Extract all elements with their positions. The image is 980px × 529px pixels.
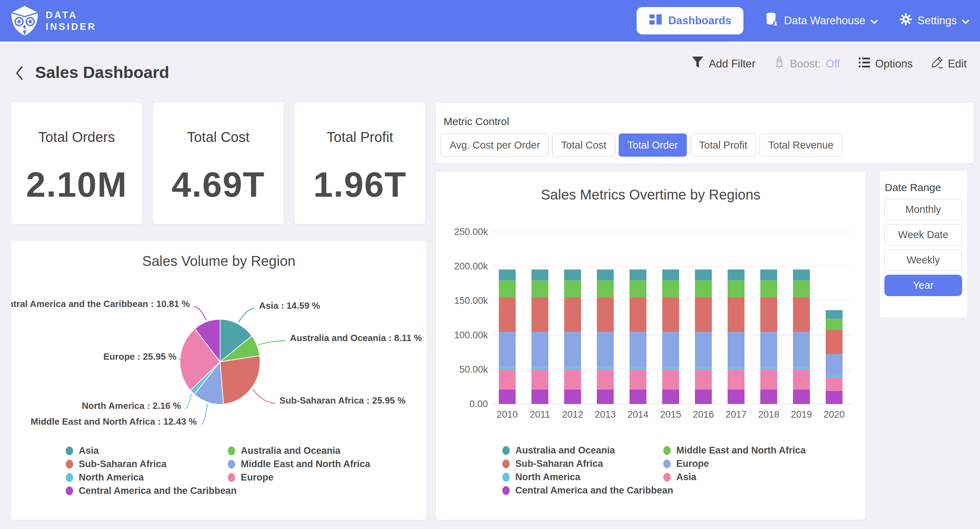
nav-item-dashboards[interactable]: Dashboards [636,7,743,35]
bar-segment-2015-north-america[interactable] [662,367,679,370]
metric-option-avg-cost-per-order[interactable]: Avg. Cost per Order [441,133,549,157]
bar-segment-2017-europe[interactable] [728,332,745,367]
bar-segment-2011-australia-and-oceania[interactable] [531,269,548,280]
bar-segment-2011-sub-saharan-africa[interactable] [531,297,548,332]
bar-segment-2014-asia[interactable] [630,370,646,389]
bar-segment-2019-middle-east-and-north-africa[interactable] [793,280,810,297]
bar-segment-2010-middle-east-and-north-africa[interactable] [499,280,515,297]
legend-item-asia[interactable]: Asia [66,445,99,456]
legend-item-middle-east-and-north-africa[interactable]: Middle East and North Africa [663,445,806,456]
metric-option-total-order[interactable]: Total Order [619,133,686,157]
bar-segment-2016-central-america-and-the-caribbean[interactable] [695,389,712,404]
bar-segment-2015-asia[interactable] [662,370,679,389]
legend-item-europe[interactable]: Europe [663,458,709,469]
bar-segment-2016-north-america[interactable] [695,367,712,370]
boost-toggle[interactable]: Boost: Off [774,56,840,72]
bar-segment-2017-north-america[interactable] [728,367,745,370]
back-button[interactable] [13,65,28,81]
bar-segment-2010-asia[interactable] [499,370,515,389]
bar-segment-2011-middle-east-and-north-africa[interactable] [531,280,548,297]
bar-segment-2017-australia-and-oceania[interactable] [728,269,745,280]
bar-segment-2016-middle-east-and-north-africa[interactable] [695,280,712,297]
bar-segment-2017-middle-east-and-north-africa[interactable] [728,280,745,297]
options-button[interactable]: Options [858,57,913,71]
bar-segment-2012-north-america[interactable] [564,367,581,370]
date-range-option-week-date[interactable]: Week Date [885,224,962,246]
bar-segment-2014-central-america-and-the-caribbean[interactable] [630,389,646,404]
stacked-bar-chart[interactable]: 250.00k200.00k150.00k100.00k50.00k0.0020… [436,172,865,520]
bar-segment-2013-europe[interactable] [597,332,614,367]
date-range-option-weekly[interactable]: Weekly [885,249,962,271]
bar-segment-2020-sub-saharan-africa[interactable] [826,330,843,354]
bar-segment-2015-australia-and-oceania[interactable] [662,269,679,280]
bar-segment-2016-europe[interactable] [695,332,712,367]
bar-segment-2012-sub-saharan-africa[interactable] [564,297,581,332]
bar-segment-2015-sub-saharan-africa[interactable] [662,297,679,332]
legend-item-australia-and-oceania[interactable]: Australia and Oceania [228,445,340,456]
bar-segment-2015-middle-east-and-north-africa[interactable] [662,280,679,297]
legend-item-central-america-and-the-caribbean[interactable]: Central America and the Caribbean [66,485,237,496]
nav-item-data-warehouse[interactable]: Data Warehouse [765,12,878,30]
bar-segment-2013-north-america[interactable] [597,367,614,370]
bar-segment-2018-central-america-and-the-caribbean[interactable] [760,389,777,404]
bar-segment-2011-asia[interactable] [531,370,548,389]
bar-segment-2020-asia[interactable] [826,378,843,391]
bar-segment-2018-sub-saharan-africa[interactable] [760,297,777,332]
bar-segment-2010-central-america-and-the-caribbean[interactable] [499,389,515,404]
bar-segment-2010-australia-and-oceania[interactable] [499,269,515,280]
legend-item-europe[interactable]: Europe [228,472,274,483]
pie-slice-sub-saharan-africa[interactable] [220,356,260,404]
bar-segment-2016-asia[interactable] [695,370,712,389]
bar-segment-2019-europe[interactable] [793,332,810,367]
bar-segment-2013-australia-and-oceania[interactable] [597,269,614,280]
bar-segment-2013-sub-saharan-africa[interactable] [597,297,614,332]
metric-option-total-revenue[interactable]: Total Revenue [760,133,842,157]
bar-segment-2014-sub-saharan-africa[interactable] [630,297,646,332]
metric-option-total-cost[interactable]: Total Cost [552,133,615,157]
bar-segment-2014-middle-east-and-north-africa[interactable] [630,280,646,297]
metric-option-total-profit[interactable]: Total Profit [690,133,756,157]
bar-segment-2014-australia-and-oceania[interactable] [630,269,646,280]
legend-item-middle-east-and-north-africa[interactable]: Middle East and North Africa [228,459,370,470]
bar-segment-2012-australia-and-oceania[interactable] [564,269,581,280]
add-filter-button[interactable]: Add Filter [692,56,756,71]
legend-item-central-america-and-the-caribbean[interactable]: Central America and the Caribbean [502,485,673,496]
bar-segment-2015-central-america-and-the-caribbean[interactable] [662,389,679,404]
bar-segment-2016-sub-saharan-africa[interactable] [695,297,712,332]
nav-item-settings[interactable]: Settings [899,13,969,29]
bar-segment-2019-australia-and-oceania[interactable] [793,269,810,280]
bar-segment-2014-europe[interactable] [630,332,646,367]
bar-segment-2018-middle-east-and-north-africa[interactable] [760,280,777,297]
bar-segment-2013-asia[interactable] [597,370,614,389]
bar-segment-2019-asia[interactable] [793,370,810,389]
bar-segment-2017-asia[interactable] [728,370,745,389]
bar-segment-2019-sub-saharan-africa[interactable] [793,297,810,332]
bar-segment-2012-asia[interactable] [564,370,581,389]
bar-segment-2012-europe[interactable] [564,332,581,367]
bar-segment-2018-australia-and-oceania[interactable] [760,269,777,280]
legend-item-north-america[interactable]: North America [502,472,580,483]
bar-segment-2019-north-america[interactable] [793,367,810,370]
legend-item-australia-and-oceania[interactable]: Australia and Oceania [502,445,615,456]
bar-segment-2016-australia-and-oceania[interactable] [695,269,712,280]
bar-segment-2011-north-america[interactable] [531,367,548,370]
date-range-option-monthly[interactable]: Monthly [885,199,962,220]
bar-segment-2014-north-america[interactable] [630,367,646,370]
bar-segment-2011-europe[interactable] [531,332,548,367]
bar-segment-2020-middle-east-and-north-africa[interactable] [826,319,843,330]
bar-segment-2017-sub-saharan-africa[interactable] [728,297,745,332]
bar-segment-2013-central-america-and-the-caribbean[interactable] [597,389,614,404]
bar-segment-2017-central-america-and-the-caribbean[interactable] [728,389,745,404]
bar-segment-2018-europe[interactable] [760,332,777,367]
bar-segment-2012-middle-east-and-north-africa[interactable] [564,280,581,297]
bar-segment-2020-central-america-and-the-caribbean[interactable] [826,391,843,404]
date-range-option-year[interactable]: Year [885,275,962,296]
legend-item-sub-saharan-africa[interactable]: Sub-Saharan Africa [502,458,603,469]
bar-segment-2013-middle-east-and-north-africa[interactable] [597,280,614,297]
app-logo[interactable]: DATA INSIDER [9,3,97,39]
edit-button[interactable]: Edit [931,56,967,71]
legend-item-sub-saharan-africa[interactable]: Sub-Saharan Africa [66,459,167,470]
bar-segment-2020-europe[interactable] [826,354,843,375]
legend-item-north-america[interactable]: North America [66,472,144,483]
bar-segment-2011-central-america-and-the-caribbean[interactable] [531,389,548,404]
